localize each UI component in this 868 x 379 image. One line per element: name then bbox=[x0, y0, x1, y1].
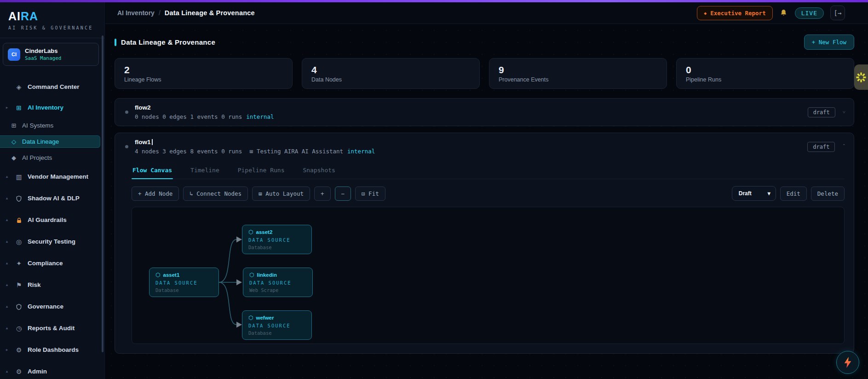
draft-status-badge: draft bbox=[808, 107, 835, 117]
chevron-up-icon: ▴ bbox=[0, 283, 14, 287]
tab-pipeline-runs[interactable]: Pipeline Runs bbox=[237, 164, 286, 179]
chevron-up-icon: ▴ bbox=[0, 175, 14, 179]
breadcrumb-separator: / bbox=[159, 9, 161, 17]
executive-report-label: Executive Report bbox=[710, 10, 765, 17]
sidebar-item-role-dashboards[interactable]: ▸ ⚙ Role Dashboards bbox=[0, 339, 104, 361]
org-avatar: CI bbox=[8, 48, 20, 61]
top-accent-bar bbox=[0, 0, 868, 2]
sidebar-item-label: Reports & Audit bbox=[28, 325, 75, 332]
sidebar-item-label: Security Testing bbox=[28, 238, 75, 245]
lineage-edges bbox=[132, 207, 844, 344]
org-switcher[interactable]: CI CinderLabs SaaS Managed bbox=[3, 43, 99, 66]
notifications-bell-icon[interactable] bbox=[779, 8, 788, 18]
chevron-up-icon: ▴ bbox=[0, 326, 14, 330]
sidebar-item-label: Command Center bbox=[28, 83, 80, 90]
node-subtype: Database bbox=[248, 245, 305, 250]
logout-icon[interactable]: [→ bbox=[830, 6, 845, 20]
edit-button[interactable]: Edit bbox=[780, 187, 807, 201]
clock-icon: ◷ bbox=[14, 325, 24, 332]
sidebar-item-governance[interactable]: ▴ Governance bbox=[0, 296, 104, 317]
zoom-out-button[interactable]: − bbox=[335, 187, 351, 201]
lineage-node-wefwer[interactable]: ⬡wefwer DATA SOURCE Database bbox=[242, 310, 312, 340]
sidebar-item-admin[interactable]: ▴ ⚙ Admin bbox=[0, 361, 104, 379]
flow-header[interactable]: flow1 4 nodes 3 edges 8 events 0 runs ⊞ … bbox=[115, 133, 854, 160]
sidebar-item-risk[interactable]: ▴ ⚑ Risk bbox=[0, 274, 104, 296]
tab-snapshots[interactable]: Snapshots bbox=[302, 164, 336, 179]
stat-value: 4 bbox=[311, 64, 470, 75]
hexagon-icon: ⬡ bbox=[155, 272, 160, 278]
sidebar-item-ai-guardrails[interactable]: ▴ AI Guardrails bbox=[0, 209, 104, 231]
command-center-icon: ◈ bbox=[14, 83, 24, 91]
logo-text: AIRA bbox=[8, 10, 104, 23]
assistant-fab-button[interactable] bbox=[836, 351, 859, 374]
draft-status-badge: draft bbox=[807, 142, 835, 152]
stat-value: 9 bbox=[499, 64, 657, 75]
chevron-up-icon[interactable]: ˆ bbox=[842, 144, 845, 150]
stat-label: Lineage Flows bbox=[124, 76, 283, 83]
sidebar-item-ai-inventory[interactable]: ▸ ⊞ AI Inventory bbox=[0, 98, 104, 117]
add-node-button[interactable]: + Add Node bbox=[132, 187, 179, 201]
starburst-icon bbox=[856, 72, 867, 83]
tab-flow-canvas[interactable]: Flow Canvas bbox=[132, 164, 173, 179]
chevron-up-icon: ▴ bbox=[0, 218, 14, 222]
connect-nodes-button[interactable]: ↳ Connect Nodes bbox=[183, 187, 248, 201]
logo-accent: RA bbox=[21, 10, 38, 23]
flow-name[interactable]: flow1 bbox=[135, 139, 151, 146]
sidebar-item-label: Risk bbox=[28, 281, 41, 288]
new-flow-button[interactable]: + New Flow bbox=[804, 35, 854, 50]
text-caret bbox=[152, 139, 153, 145]
page-title: Data Lineage & Provenance bbox=[121, 38, 215, 46]
status-select[interactable]: Draft bbox=[732, 186, 776, 201]
flow-header[interactable]: flow2 0 nodes 0 edges 1 events 0 runsint… bbox=[115, 99, 854, 126]
star-icon: ✦ bbox=[14, 260, 24, 267]
node-title: asset2 bbox=[256, 229, 272, 235]
lightning-bolt-icon bbox=[843, 356, 853, 368]
sidebar-item-security-testing[interactable]: ▴ ◎ Security Testing bbox=[0, 231, 104, 252]
node-subtype: Database bbox=[248, 330, 305, 336]
node-kind: DATA SOURCE bbox=[249, 280, 306, 286]
stat-value: 2 bbox=[124, 64, 283, 75]
auto-layout-button[interactable]: ⊞ Auto Layout bbox=[252, 187, 310, 201]
flow-system: Testing AIRA AI Assistant bbox=[257, 148, 343, 155]
sidebar-divider bbox=[0, 38, 104, 38]
flow-meta: 0 nodes 0 edges 1 events 0 runs bbox=[135, 113, 242, 120]
fit-view-button[interactable]: ⊡ Fit bbox=[355, 187, 385, 201]
live-status-badge[interactable]: LIVE bbox=[795, 7, 824, 19]
stat-label: Data Nodes bbox=[311, 76, 470, 83]
sidebar-item-data-lineage[interactable]: ◇ Data Lineage bbox=[0, 135, 100, 148]
flow-visibility: internal bbox=[246, 113, 274, 120]
sidebar-item-shadow-ai-dlp[interactable]: ▴ Shadow AI & DLP bbox=[0, 187, 104, 209]
flow-row-flow1: flow1 4 nodes 3 edges 8 events 0 runs ⊞ … bbox=[115, 133, 854, 354]
sidebar-item-ai-systems[interactable]: ⊞ AI Systems bbox=[0, 117, 104, 134]
node-kind: DATA SOURCE bbox=[155, 280, 213, 286]
delete-button[interactable]: Delete bbox=[811, 187, 845, 201]
sidebar-item-label: Role Dashboards bbox=[28, 346, 79, 353]
sidebar-item-vendor-management[interactable]: ▴ ▥ Vendor Management bbox=[0, 166, 104, 187]
sidebar-item-reports-audit[interactable]: ▴ ◷ Reports & Audit bbox=[0, 317, 104, 339]
sidebar-item-compliance[interactable]: ▴ ✦ Compliance bbox=[0, 252, 104, 274]
zoom-in-button[interactable]: + bbox=[314, 187, 331, 201]
executive-report-button[interactable]: ◆ Executive Report bbox=[697, 6, 772, 20]
lineage-node-linkedin[interactable]: ⬡linkedin DATA SOURCE Web Scrape bbox=[243, 268, 313, 297]
target-icon: ◎ bbox=[14, 238, 24, 245]
lineage-node-asset2[interactable]: ⬡asset2 DATA SOURCE Database bbox=[242, 225, 312, 254]
sidebar-scrollbar[interactable] bbox=[102, 35, 103, 352]
chevron-up-icon: ▴ bbox=[0, 304, 14, 309]
stat-card-lineage-flows: 2 Lineage Flows bbox=[115, 58, 293, 89]
lineage-node-asset1[interactable]: ⬡asset1 DATA SOURCE Database bbox=[149, 268, 219, 297]
flow-name: flow2 bbox=[135, 104, 274, 111]
sidebar-item-command-center[interactable]: ◈ Command Center bbox=[0, 76, 104, 98]
chevron-down-icon[interactable]: ˅ bbox=[843, 109, 845, 115]
flow-canvas[interactable]: ⬡asset1 DATA SOURCE Database ⬡asset2 DAT… bbox=[132, 207, 845, 344]
main-area: AI Inventory / Data Lineage & Provenance… bbox=[105, 2, 868, 379]
flow-row-flow2: flow2 0 nodes 0 edges 1 events 0 runsint… bbox=[115, 98, 854, 126]
sidebar-item-ai-projects[interactable]: ◆ AI Projects bbox=[0, 150, 104, 166]
canvas-toolbar: + Add Node ↳ Connect Nodes ⊞ Auto Layout… bbox=[132, 186, 845, 201]
flow-meta: 4 nodes 3 edges 8 events 0 runs bbox=[135, 148, 242, 155]
tab-timeline[interactable]: Timeline bbox=[190, 164, 220, 179]
columns-icon: ▥ bbox=[14, 173, 24, 181]
stat-label: Pipeline Runs bbox=[686, 76, 845, 83]
org-plan-badge: SaaS Managed bbox=[25, 55, 61, 61]
breadcrumb-parent[interactable]: AI Inventory bbox=[117, 9, 155, 17]
feedback-widget-button[interactable] bbox=[854, 64, 868, 90]
